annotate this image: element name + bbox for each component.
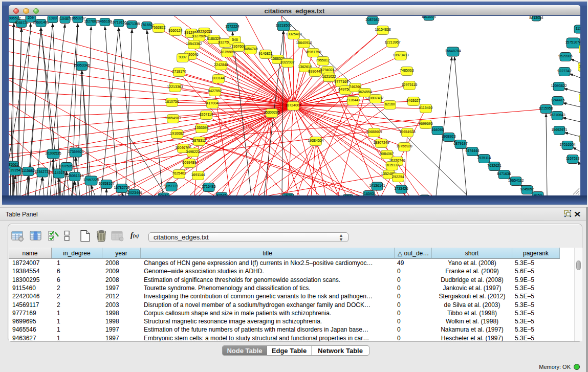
svg-text:114519: 114519 xyxy=(53,171,65,174)
svg-text:10975857: 10975857 xyxy=(58,164,74,168)
svg-text:62160: 62160 xyxy=(385,102,395,106)
svg-text:1610756: 1610756 xyxy=(165,100,179,103)
svg-text:546: 546 xyxy=(232,38,238,41)
svg-text:6466160: 6466160 xyxy=(98,19,112,23)
svg-text:15751074: 15751074 xyxy=(565,40,580,44)
svg-text:10958107: 10958107 xyxy=(98,182,114,185)
svg-text:2096572: 2096572 xyxy=(9,16,21,20)
svg-text:7955812: 7955812 xyxy=(316,58,330,62)
svg-text:16210643: 16210643 xyxy=(549,113,565,117)
svg-text:92450: 92450 xyxy=(420,195,430,196)
svg-text:92450: 92450 xyxy=(159,194,169,196)
svg-text:10688609: 10688609 xyxy=(366,130,382,134)
svg-text:417004: 417004 xyxy=(206,101,218,105)
svg-text:1112: 1112 xyxy=(576,27,580,30)
svg-text:15692971: 15692971 xyxy=(551,128,567,132)
svg-text:18724007: 18724007 xyxy=(285,103,301,107)
svg-text:10807487: 10807487 xyxy=(367,96,383,100)
svg-text:20206535: 20206535 xyxy=(45,151,61,155)
svg-text:5878312: 5878312 xyxy=(192,139,206,142)
svg-text:12023446: 12023446 xyxy=(126,191,142,194)
svg-text:9777169: 9777169 xyxy=(334,80,348,83)
svg-text:14136141: 14136141 xyxy=(369,184,385,187)
svg-text:746266: 746266 xyxy=(349,85,361,89)
svg-text:19384554: 19384554 xyxy=(308,139,323,142)
svg-text:8813054: 8813054 xyxy=(529,16,543,19)
svg-text:9115460: 9115460 xyxy=(419,106,433,110)
svg-text:10973493: 10973493 xyxy=(393,53,408,57)
svg-text:164095: 164095 xyxy=(431,128,443,132)
svg-text:1362615: 1362615 xyxy=(298,65,312,69)
svg-text:9084067: 9084067 xyxy=(380,152,394,156)
svg-text:209: 209 xyxy=(28,16,34,19)
svg-text:9463627: 9463627 xyxy=(406,99,420,102)
svg-text:9397: 9397 xyxy=(179,55,187,59)
svg-text:12342737: 12342737 xyxy=(34,170,50,173)
svg-text:20691406: 20691406 xyxy=(33,20,49,24)
svg-text:8322037: 8322037 xyxy=(280,60,294,64)
svg-text:6099489: 6099489 xyxy=(182,161,196,164)
svg-text:17359924: 17359924 xyxy=(68,150,83,154)
svg-text:16648784: 16648784 xyxy=(445,49,461,53)
svg-text:10543362: 10543362 xyxy=(186,42,202,46)
svg-text:12213967: 12213967 xyxy=(384,40,400,44)
svg-text:1353594: 1353594 xyxy=(194,126,208,129)
svg-text:1916682: 1916682 xyxy=(170,132,184,135)
svg-text:252254: 252254 xyxy=(392,175,404,179)
svg-text:1089: 1089 xyxy=(49,16,57,20)
svg-text:1115682: 1115682 xyxy=(21,169,35,172)
svg-text:17016504: 17016504 xyxy=(559,143,575,146)
svg-text:2935114: 2935114 xyxy=(477,156,491,160)
svg-text:8215958: 8215958 xyxy=(539,106,553,110)
svg-text:13325419: 13325419 xyxy=(286,32,301,36)
svg-text:9227342: 9227342 xyxy=(557,69,571,73)
svg-text:1167533: 1167533 xyxy=(566,157,580,160)
svg-text:9245052: 9245052 xyxy=(520,187,534,191)
svg-text:16961758: 16961758 xyxy=(305,50,321,54)
svg-text:125051315: 125051315 xyxy=(66,174,83,178)
svg-text:20053346: 20053346 xyxy=(74,63,90,67)
svg-text:8427552: 8427552 xyxy=(208,89,222,93)
svg-text:8660124: 8660124 xyxy=(168,29,182,32)
svg-text:803144: 803144 xyxy=(212,76,224,80)
svg-text:6879197: 6879197 xyxy=(453,142,467,145)
svg-text:10487: 10487 xyxy=(60,17,70,20)
svg-text:1691144: 1691144 xyxy=(191,173,205,177)
svg-text:2718170: 2718170 xyxy=(172,70,186,73)
svg-text:104: 104 xyxy=(345,194,351,196)
svg-text:10653267: 10653267 xyxy=(70,16,85,20)
svg-text:10654112: 10654112 xyxy=(508,179,524,182)
svg-text:19756928: 19756928 xyxy=(396,144,412,148)
svg-text:1244415: 1244415 xyxy=(551,98,564,102)
svg-text:8613074: 8613074 xyxy=(422,16,435,18)
svg-text:16782759: 16782759 xyxy=(114,186,129,189)
svg-text:15640910: 15640910 xyxy=(296,41,312,45)
svg-text:16593: 16593 xyxy=(364,192,374,195)
svg-text:9474444: 9474444 xyxy=(465,149,479,152)
svg-text:3498222: 3498222 xyxy=(186,150,200,154)
svg-text:18807249: 18807249 xyxy=(373,141,389,144)
svg-text:16671355: 16671355 xyxy=(124,22,140,26)
svg-text:9857721: 9857721 xyxy=(164,184,178,188)
svg-text:39154: 39154 xyxy=(10,168,20,172)
svg-text:74850: 74850 xyxy=(580,47,580,50)
svg-text:25300295: 25300295 xyxy=(264,111,279,114)
svg-text:19654983: 19654983 xyxy=(165,116,181,120)
svg-text:8938923: 8938923 xyxy=(442,135,455,138)
svg-text:3267110: 3267110 xyxy=(200,113,213,116)
svg-text:2136443: 2136443 xyxy=(346,98,360,102)
svg-text:3716485: 3716485 xyxy=(202,185,215,188)
svg-text:7663822: 7663822 xyxy=(151,26,165,29)
svg-text:2242848: 2242848 xyxy=(214,63,228,67)
svg-text:35061: 35061 xyxy=(9,163,18,166)
svg-text:16154838: 16154838 xyxy=(375,28,390,31)
svg-text:13325: 13325 xyxy=(579,64,580,68)
svg-text:12213363: 12213363 xyxy=(167,85,183,89)
svg-text:3875685: 3875685 xyxy=(220,50,234,54)
svg-text:19218506: 19218506 xyxy=(275,24,291,27)
svg-text:3624554: 3624554 xyxy=(358,90,372,94)
svg-text:87645: 87645 xyxy=(216,193,227,196)
svg-text:3572224: 3572224 xyxy=(225,25,239,28)
svg-text:1538: 1538 xyxy=(284,194,292,196)
svg-text:9529906: 9529906 xyxy=(558,54,572,58)
